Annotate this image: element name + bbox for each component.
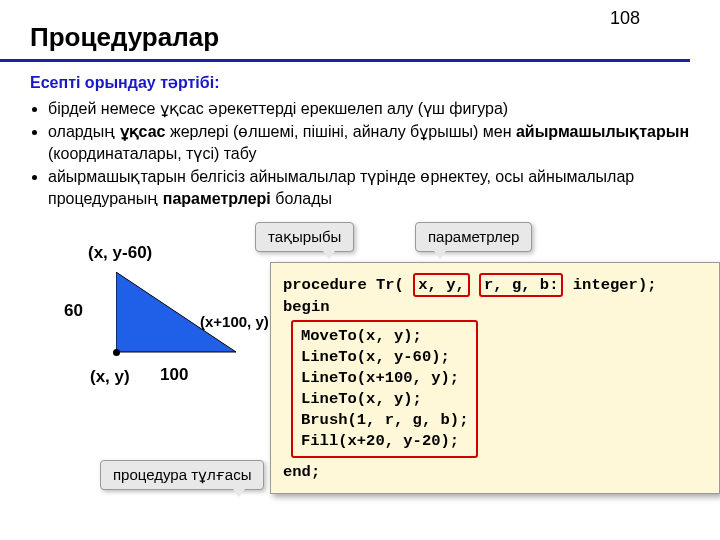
code-line: procedure Tr( x, y, r, g, b: integer);: [283, 273, 707, 298]
code-line: MoveTo(x, y);: [301, 326, 468, 347]
code-text: procedure Tr(: [283, 276, 404, 294]
bullet-item: олардың ұқсас жерлері (өлшемі, пішіні, а…: [48, 121, 690, 164]
code-line: LineTo(x+100, y);: [301, 368, 468, 389]
code-line: LineTo(x, y);: [301, 389, 468, 410]
code-line: Fill(x+20, y-20);: [301, 431, 468, 452]
vertex-origin-label: (x, y): [90, 366, 130, 389]
code-text: integer);: [563, 276, 656, 294]
code-line: end;: [283, 462, 707, 483]
callout-params: параметрлер: [415, 222, 532, 252]
triangle-diagram: (x, y-60) (x+100, y) (x, y) 60 100: [60, 242, 280, 462]
code-line: LineTo(x, y-60);: [301, 347, 468, 368]
callout-body: процедура тұлғасы: [100, 460, 264, 490]
param-box-xy: x, y,: [413, 273, 470, 298]
origin-dot: [113, 349, 120, 356]
bullet-item: бірдей немесе ұқсас әрекеттерді ерекшеле…: [48, 98, 690, 120]
subheading: Есепті орындау тәртібі:: [30, 72, 690, 94]
code-line: begin: [283, 297, 707, 318]
content-area: Есепті орындау тәртібі: бірдей немесе ұқ…: [0, 62, 720, 540]
code-line: Brush(1, r, g, b);: [301, 410, 468, 431]
vertex-right-label: (x+100, y): [200, 312, 269, 332]
param-box-rgb: r, g, b:: [479, 273, 563, 298]
side-vertical-label: 60: [64, 300, 83, 323]
page-number: 108: [610, 8, 640, 29]
vertex-top-label: (x, y-60): [88, 242, 152, 265]
lower-region: (x, y-60) (x+100, y) (x, y) 60 100 тақыр…: [30, 222, 690, 540]
code-body-box: MoveTo(x, y); LineTo(x, y-60); LineTo(x+…: [291, 320, 478, 458]
bullet-list: бірдей немесе ұқсас әрекеттерді ерекшеле…: [48, 98, 690, 210]
bullet-item: айырмашықтарын белгісіз айнымалылар түрі…: [48, 166, 690, 209]
callout-header: тақырыбы: [255, 222, 354, 252]
side-horizontal-label: 100: [160, 364, 188, 387]
code-box: procedure Tr( x, y, r, g, b: integer); b…: [270, 262, 720, 494]
page-title: Процедуралар: [0, 0, 690, 62]
